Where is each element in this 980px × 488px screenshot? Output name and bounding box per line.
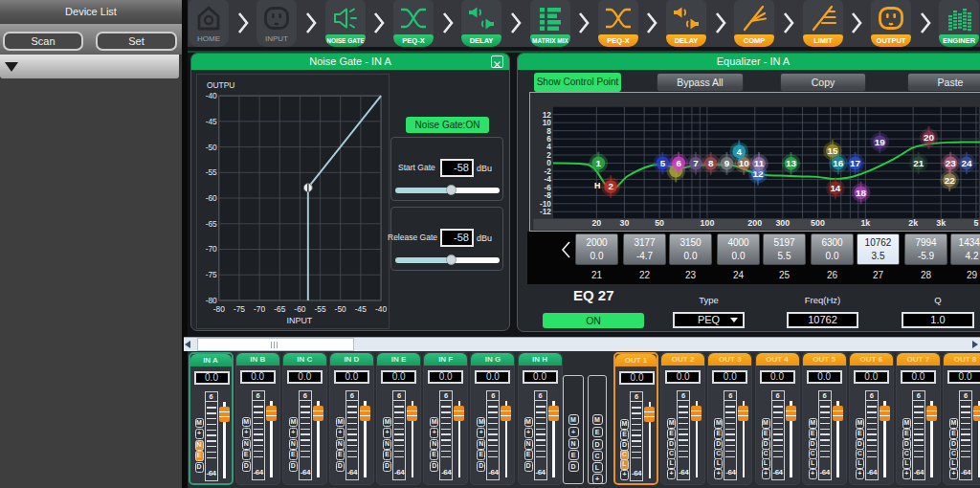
svg-text:23: 23 — [946, 158, 956, 168]
svg-text:13: 13 — [786, 158, 796, 168]
svg-text:5: 5 — [973, 218, 978, 228]
svg-text:21: 21 — [913, 158, 924, 168]
svg-text:20: 20 — [591, 218, 601, 228]
svg-text:-50: -50 — [335, 304, 346, 314]
svg-text:-80: -80 — [213, 304, 225, 314]
svg-text:17: 17 — [850, 158, 860, 168]
svg-text:-60: -60 — [294, 304, 305, 314]
svg-text:19: 19 — [875, 137, 885, 147]
svg-text:4: 4 — [737, 146, 743, 157]
svg-text:-75: -75 — [234, 304, 245, 314]
svg-text:-40: -40 — [375, 304, 387, 314]
svg-text:14: 14 — [830, 183, 840, 193]
svg-text:500: 500 — [811, 218, 825, 228]
svg-text:12: 12 — [543, 110, 552, 120]
svg-text:5: 5 — [660, 158, 666, 168]
svg-text:-40: -40 — [206, 91, 217, 100]
svg-text:-65: -65 — [206, 219, 217, 229]
svg-text:-55: -55 — [315, 304, 326, 314]
svg-text:9: 9 — [724, 158, 730, 168]
svg-text:OUTPU: OUTPU — [207, 80, 234, 90]
svg-text:-70: -70 — [206, 244, 217, 254]
svg-text:-55: -55 — [206, 167, 217, 177]
svg-text:H: H — [594, 181, 600, 190]
svg-text:-50: -50 — [206, 143, 217, 152]
svg-text:24: 24 — [961, 158, 971, 168]
svg-text:18: 18 — [856, 188, 866, 198]
svg-text:INPUT: INPUT — [287, 316, 313, 325]
svg-text:6: 6 — [676, 158, 681, 168]
svg-text:-70: -70 — [254, 304, 265, 314]
svg-text:2: 2 — [608, 181, 613, 191]
svg-text:-45: -45 — [355, 304, 367, 314]
svg-text:3k: 3k — [936, 218, 946, 228]
svg-text:-45: -45 — [206, 117, 217, 126]
svg-text:-60: -60 — [206, 193, 217, 203]
svg-text:300: 300 — [775, 218, 790, 228]
svg-text:1k: 1k — [860, 218, 870, 228]
svg-text:1: 1 — [596, 158, 602, 168]
svg-text:2k: 2k — [908, 218, 918, 228]
svg-text:22: 22 — [945, 175, 955, 186]
svg-text:7: 7 — [693, 158, 699, 168]
svg-text:-65: -65 — [274, 304, 285, 314]
svg-text:200: 200 — [747, 218, 762, 228]
svg-text:30: 30 — [620, 218, 630, 228]
svg-text:-75: -75 — [206, 270, 217, 279]
svg-text:11: 11 — [754, 158, 765, 168]
svg-text:20: 20 — [924, 132, 934, 143]
svg-text:50: 50 — [655, 218, 664, 228]
svg-text:16: 16 — [833, 158, 843, 168]
svg-text:8: 8 — [708, 158, 714, 168]
svg-text:100: 100 — [701, 218, 715, 228]
